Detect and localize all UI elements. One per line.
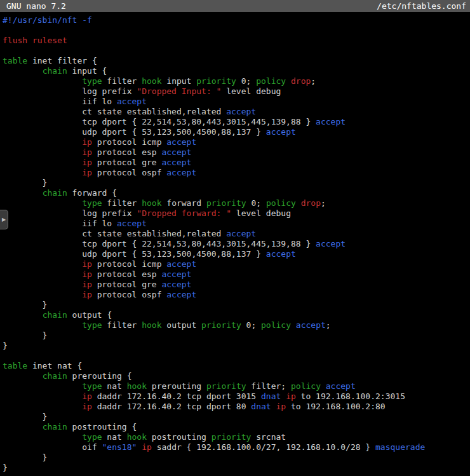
code-line: chain input { xyxy=(3,66,470,76)
code-token: "Dropped Input: " xyxy=(137,86,221,96)
code-token xyxy=(3,402,82,411)
code-line: iif lo accept xyxy=(3,97,470,107)
code-token: ip xyxy=(82,280,92,289)
code-line: type filter hook output priority 0; poli… xyxy=(3,320,470,330)
code-token: ip xyxy=(82,137,92,147)
code-token: to 192.168.100.2:3015 xyxy=(296,391,405,401)
code-token: daddr 172.16.40.2 tcp dport 80 xyxy=(92,402,251,411)
nano-titlebar: GNU nano 7.2 /etc/nftables.conf xyxy=(0,0,470,12)
code-line: } xyxy=(3,341,470,351)
code-token xyxy=(291,320,296,330)
code-token: ip xyxy=(276,402,286,411)
code-line: iif lo accept xyxy=(3,219,470,229)
code-token: inet filter { xyxy=(27,56,97,65)
code-token: log prefix xyxy=(3,86,137,96)
code-token: inet nat { xyxy=(27,361,82,371)
code-token: accept xyxy=(316,239,346,248)
code-token: protocol gre xyxy=(92,158,162,167)
code-token: "ens18" xyxy=(102,442,137,452)
panel-reveal-handle[interactable]: ▶ xyxy=(0,210,8,229)
code-token: priority xyxy=(206,198,246,208)
code-token: ; xyxy=(326,320,331,330)
code-line: } xyxy=(3,330,470,341)
code-token: ip xyxy=(82,259,92,269)
code-token: ip xyxy=(82,290,92,299)
code-token: policy xyxy=(291,381,321,391)
code-token xyxy=(3,371,43,381)
code-token: hook xyxy=(142,198,161,208)
code-token: postrouting { xyxy=(67,422,137,432)
code-token: level debug xyxy=(221,86,281,96)
code-line: ip protocol ospf accept xyxy=(3,290,470,300)
editor-buffer[interactable]: #!/usr/sbin/nft -fflush rulesettable ine… xyxy=(0,12,470,473)
code-token: type xyxy=(82,432,102,442)
code-token: protocol ospf xyxy=(92,168,166,177)
code-token: } xyxy=(3,463,8,472)
code-line: } xyxy=(3,300,470,310)
code-token: nat xyxy=(102,432,127,442)
code-line: ip protocol gre accept xyxy=(3,280,470,290)
code-token: type xyxy=(82,320,102,330)
code-token: protocol gre xyxy=(92,280,162,289)
code-token: accept xyxy=(266,127,296,137)
code-line: tcp dport { 22,514,53,80,443,3015,445,13… xyxy=(3,117,470,127)
code-token: iif lo xyxy=(3,219,117,228)
code-token: input xyxy=(161,76,196,86)
code-token: accept xyxy=(117,97,147,106)
code-token: input { xyxy=(67,66,107,76)
code-line: chain forward { xyxy=(3,188,470,198)
code-token: table xyxy=(3,361,27,371)
code-line: table inet nat { xyxy=(3,361,470,371)
code-token: } xyxy=(3,412,47,421)
code-token: log prefix xyxy=(3,208,137,218)
code-token: accept xyxy=(161,280,191,289)
code-token xyxy=(3,66,43,76)
code-token: type xyxy=(82,381,102,391)
code-token xyxy=(3,381,82,391)
code-token: filter xyxy=(102,320,142,330)
code-token: type xyxy=(82,76,102,86)
code-token xyxy=(3,280,82,289)
code-token: filter xyxy=(102,198,142,208)
code-token: prerouting { xyxy=(67,371,132,381)
code-token: filter; xyxy=(246,381,291,391)
code-token: protocol icmp xyxy=(92,259,166,269)
code-token: protocol icmp xyxy=(92,137,166,147)
code-token: hook xyxy=(142,320,161,330)
code-token xyxy=(3,198,82,208)
code-line: chain prerouting { xyxy=(3,371,470,381)
code-line: flush ruleset xyxy=(3,36,470,46)
code-token: chain xyxy=(43,310,67,320)
code-token: priority xyxy=(201,320,241,330)
code-token: } xyxy=(3,178,47,187)
code-token: } xyxy=(3,341,8,350)
code-token xyxy=(286,76,291,86)
code-token: policy xyxy=(266,198,296,208)
code-token: to 192.168.100.2:80 xyxy=(286,402,386,411)
code-token: udp dport { 53,123,500,4500,88,137 } xyxy=(3,249,266,259)
code-token: chain xyxy=(43,371,67,381)
code-token: masquerade xyxy=(375,442,425,452)
code-token: priority xyxy=(206,381,246,391)
code-token xyxy=(281,391,286,401)
code-token: 0; xyxy=(246,198,266,208)
code-token: udp dport { 53,123,500,4500,88,137 } xyxy=(3,127,266,137)
code-line: ip daddr 172.16.40.2 tcp dport 80 dnat i… xyxy=(3,402,470,412)
code-token: } xyxy=(3,330,47,340)
code-line: } xyxy=(3,178,470,188)
app-version-label: GNU nano 7.2 xyxy=(6,0,66,12)
code-token xyxy=(3,320,82,330)
code-line: chain postrouting { xyxy=(3,422,470,432)
code-line: ip protocol esp accept xyxy=(3,269,470,280)
code-token: oif xyxy=(3,442,102,452)
code-line: table inet filter { xyxy=(3,56,470,66)
code-token xyxy=(137,442,142,452)
code-token: filter xyxy=(102,76,142,86)
code-token: accept xyxy=(161,147,191,157)
code-token: accept xyxy=(326,381,356,391)
code-token: protocol esp xyxy=(92,269,162,279)
code-token: type xyxy=(82,198,102,208)
code-token: accept xyxy=(266,249,296,259)
code-token: tcp dport { 22,514,53,80,443,3015,445,13… xyxy=(3,239,316,248)
code-token xyxy=(3,422,43,432)
